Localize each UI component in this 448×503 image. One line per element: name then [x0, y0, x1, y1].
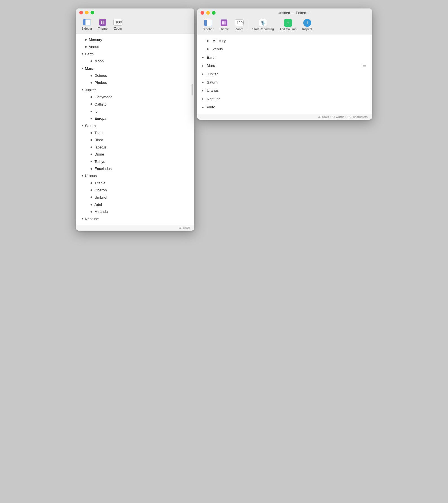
inspect-button-right[interactable]: i Inspect	[300, 18, 314, 32]
tree-row-tethys-left[interactable]: Tethys	[82, 158, 194, 165]
tree-row-mercury-left[interactable]: Mercury	[76, 36, 194, 43]
arrow-mars-right[interactable]: ▶	[202, 64, 206, 68]
list-item: Oberon	[82, 187, 194, 194]
sidebar-button-left[interactable]: Sidebar	[79, 17, 95, 31]
addcol-button-right[interactable]: + Add Column	[277, 18, 299, 32]
arrow-neptune-right[interactable]: ▶	[202, 97, 206, 101]
bullet-titania-left	[91, 182, 92, 184]
tree-row-venus-right[interactable]: Venus	[197, 45, 372, 53]
bullet-io-left	[91, 111, 92, 112]
tree-row-miranda-left[interactable]: Miranda	[82, 208, 194, 215]
tree-row-earth-left[interactable]: ▼ Earth	[76, 51, 194, 58]
theme-button-right[interactable]: Theme	[217, 18, 231, 32]
tree-row-pluto-right[interactable]: ▶ Pluto	[197, 103, 372, 111]
tree-row-deimos-left[interactable]: Deimos	[82, 72, 194, 79]
toggle-saturn-left[interactable]: ▼	[80, 123, 84, 128]
label-saturn-right: Saturn	[207, 79, 218, 86]
label-neptune-right: Neptune	[207, 96, 221, 102]
maximize-button-right[interactable]	[212, 11, 216, 15]
tree-row-mars-left[interactable]: ▼ Mars	[76, 65, 194, 72]
bullet-miranda-left	[91, 211, 92, 213]
list-item: Rhea	[82, 136, 194, 143]
sidebar-button-right[interactable]: Sidebar	[201, 18, 216, 32]
close-button-right[interactable]	[201, 11, 204, 15]
label-jupiter-right: Jupiter	[207, 71, 218, 77]
sidebar-icon-right	[204, 19, 213, 27]
sidebar-icon-shape-right	[204, 20, 212, 26]
bullet-oberon-left	[91, 189, 92, 191]
theme-icon-left	[98, 18, 107, 26]
tree-row-ariel-left[interactable]: Ariel	[82, 201, 194, 208]
arrow-uranus-right[interactable]: ▶	[202, 88, 206, 93]
tree-row-io-left[interactable]: Io	[82, 108, 194, 115]
tree-row-callisto-left[interactable]: Callisto	[82, 101, 194, 108]
tree-row-europa-left[interactable]: Europa	[82, 115, 194, 122]
tree-row-titan-left[interactable]: Titan	[82, 129, 194, 136]
tree-row-enceladus-left[interactable]: Enceladus	[82, 165, 194, 172]
zoom-stepper-right[interactable]: 100% ▲ ▼	[235, 19, 244, 26]
label-venus-left: Venus	[89, 43, 99, 50]
tree-row-jupiter-right[interactable]: ▶ Jupiter	[197, 70, 372, 78]
close-button-left[interactable]	[79, 11, 83, 14]
zoom-stepper-left[interactable]: 100% ▲ ▼	[113, 19, 122, 26]
arrow-pluto-right[interactable]: ▶	[202, 105, 206, 110]
zoom-value-right: 100%	[235, 21, 244, 25]
window-title-right: Untitled — Edited ˅	[219, 11, 369, 15]
tree-row-iapetus-left[interactable]: Iapetus	[82, 144, 194, 151]
tree-row-umbriel-left[interactable]: Umbriel	[82, 194, 194, 201]
bullet-venus-left	[85, 46, 87, 48]
tree-row-mercury-right[interactable]: Mercury	[197, 37, 372, 45]
toggle-neptune-left[interactable]: ▼	[80, 216, 84, 221]
tree-row-ganymede-left[interactable]: Ganymede	[82, 93, 194, 100]
tree-row-uranus-left[interactable]: ▼ Uranus	[76, 172, 194, 179]
children-earth-left: Moon	[76, 58, 194, 65]
tree-row-venus-left[interactable]: Venus	[76, 43, 194, 50]
arrow-jupiter-right[interactable]: ▶	[202, 72, 206, 76]
tree-row-titania-left[interactable]: Titania	[82, 180, 194, 187]
tree-row-jupiter-left[interactable]: ▼ Jupiter	[76, 86, 194, 93]
zoom-icon-left: 100% ▲ ▼	[113, 18, 122, 26]
toggle-uranus-left[interactable]: ▼	[80, 174, 84, 178]
tree-row-mars-right[interactable]: ▶ Mars ☰	[197, 62, 372, 70]
window-controls-left	[79, 11, 94, 14]
tree-row-neptune-left[interactable]: ▼ Neptune	[76, 215, 194, 222]
tree-row-saturn-left[interactable]: ▼ Saturn	[76, 122, 194, 129]
label-miranda-left: Miranda	[95, 208, 108, 215]
record-button-right[interactable]: 🎙️ Start Recording	[250, 18, 276, 32]
svg-rect-1	[103, 21, 104, 24]
maximize-button-left[interactable]	[91, 11, 94, 14]
bullet-deimos-left	[91, 75, 92, 76]
list-item: ▶ Earth	[197, 53, 372, 62]
tree-row-rhea-left[interactable]: Rhea	[82, 136, 194, 143]
statusbar-left: 32 rows	[76, 225, 194, 231]
arrow-earth-right[interactable]: ▶	[202, 55, 206, 60]
toggle-earth-left[interactable]: ▼	[80, 52, 84, 56]
minimize-button-left[interactable]	[85, 11, 89, 14]
label-europa-left: Europa	[95, 115, 106, 122]
tree-row-neptune-right[interactable]: ▶ Neptune	[197, 95, 372, 103]
label-uranus-left: Uranus	[85, 172, 97, 179]
arrow-saturn-right[interactable]: ▶	[202, 80, 206, 85]
tree-row-moon-left[interactable]: Moon	[82, 58, 194, 65]
label-mercury-left: Mercury	[89, 36, 102, 43]
list-item: ▼ Saturn Titan	[76, 122, 194, 172]
bullet-venus-right	[207, 48, 208, 50]
tree-row-earth-right[interactable]: ▶ Earth	[197, 53, 372, 62]
svg-rect-0	[101, 21, 102, 24]
title-dropdown-icon[interactable]: ˅	[308, 11, 310, 15]
tree-row-oberon-left[interactable]: Oberon	[82, 187, 194, 194]
children-jupiter-left: Ganymede Callisto	[76, 93, 194, 122]
theme-button-left[interactable]: Theme	[96, 17, 110, 31]
tree-row-dione-left[interactable]: Dione	[82, 151, 194, 158]
addcol-icon-shape: +	[284, 19, 292, 27]
tree-row-phobos-left[interactable]: Phobos	[82, 79, 194, 86]
inspect-icon-shape: i	[303, 19, 311, 27]
minimize-button-right[interactable]	[206, 11, 210, 15]
toggle-mars-left[interactable]: ▼	[80, 66, 84, 71]
tree-row-uranus-right[interactable]: ▶ Uranus	[197, 86, 372, 95]
tree-row-saturn-right[interactable]: ▶ Saturn	[197, 78, 372, 86]
list-item: Venus	[76, 43, 194, 50]
theme-icon-right	[219, 19, 229, 27]
label-saturn-left: Saturn	[85, 123, 96, 129]
toggle-jupiter-left[interactable]: ▼	[80, 88, 84, 92]
